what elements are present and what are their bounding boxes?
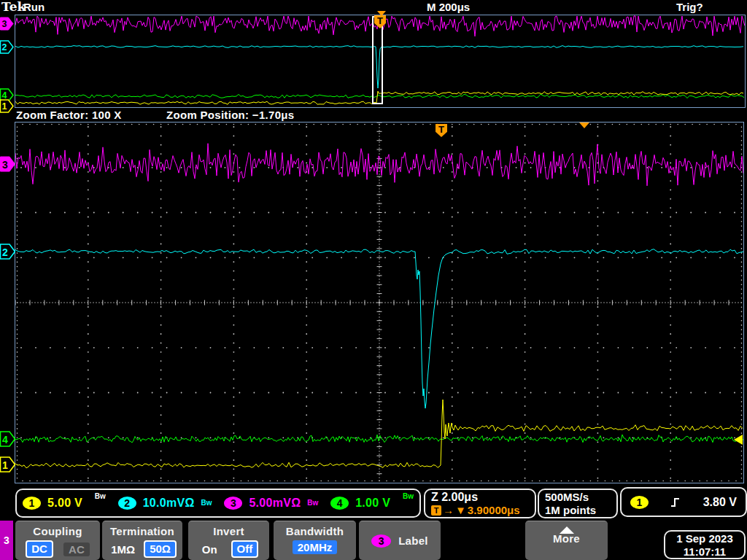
main-waveform-window	[15, 122, 744, 483]
channel-3-badge: 3	[224, 497, 242, 510]
channel-1-badge: 1	[23, 497, 41, 510]
label-button[interactable]: 3 Label	[359, 521, 441, 560]
coupling-ac-option[interactable]: AC	[63, 542, 90, 556]
channel-3-scale: 5.00mVΩ	[249, 497, 301, 510]
zoom-factor-readout: Zoom Factor: 100 X	[16, 109, 122, 121]
channel-1-readout: 1 5.00 V	[23, 497, 82, 510]
bandwidth-button[interactable]: Bandwidth 20MHz	[274, 521, 356, 560]
channel-3-bandwidth-flag: Bw	[307, 499, 318, 507]
svg-text:3: 3	[2, 159, 8, 171]
time-value: 11:07:11	[665, 545, 744, 559]
trigger-readout: 1 3.80 V	[620, 487, 747, 517]
label-channel-badge: 3	[371, 534, 391, 548]
channel-1-marker[interactable]: 1	[0, 456, 15, 472]
channel-2-marker[interactable]: 2	[0, 244, 15, 260]
trigger-flag-icon: T	[431, 505, 441, 516]
channel-2-bandwidth-flag: Bw	[201, 499, 212, 507]
channel-3-readout: 3 5.00mVΩ Bw	[224, 497, 318, 510]
tek-logo: Tek	[1, 0, 26, 14]
rising-edge-icon	[670, 497, 681, 508]
date-time-display: 1 Sep 2023 11:07:11	[664, 530, 746, 559]
delay-marker-icon: ▼	[455, 504, 466, 516]
menu-channel-tab: 3	[0, 521, 13, 560]
zoom-position-readout: Zoom Position: −1.70μs	[166, 109, 294, 121]
overview-waveform-window	[15, 15, 746, 108]
delay-arrow-icon: →	[443, 504, 454, 516]
coupling-button[interactable]: Coupling DC AC	[15, 521, 100, 560]
date-value: 1 Sep 2023	[665, 532, 744, 545]
channel-2-badge: 2	[118, 497, 136, 510]
channel-3-marker-overview[interactable]: 3	[0, 17, 14, 31]
invert-on-option[interactable]: On	[199, 543, 220, 556]
trigger-source-badge: 1	[630, 496, 649, 509]
invert-button[interactable]: Invert On Off	[188, 521, 269, 560]
delay-value: 3.90000μs	[468, 504, 520, 516]
trigger-status: Trig?	[676, 1, 703, 13]
channel-1-marker-overview[interactable]: 1	[0, 99, 14, 113]
main-timebase-readout: M 200μs	[427, 1, 470, 13]
channel-1-bandwidth-flag: Bw	[95, 492, 106, 500]
channel-scale-readouts: 1 5.00 V Bw 2 10.0mVΩ Bw 3 5.00mVΩ Bw 4 …	[15, 489, 421, 518]
svg-text:4: 4	[2, 434, 8, 446]
main-traces	[15, 122, 743, 483]
channel-3-marker[interactable]: 3	[0, 156, 15, 172]
channel-4-scale: 1.00 V	[355, 497, 390, 510]
svg-text:1: 1	[2, 101, 7, 112]
channel-2-readout: 2 10.0mVΩ Bw	[118, 497, 212, 510]
channel-4-badge: 4	[330, 497, 349, 510]
sample-rate: 500MS/s	[545, 491, 611, 504]
channel-2-scale: 10.0mVΩ	[143, 497, 195, 510]
trigger-position-flag-icon	[377, 11, 386, 16]
more-button[interactable]: More	[525, 521, 608, 560]
svg-text:3: 3	[2, 19, 7, 29]
svg-text:1: 1	[2, 459, 8, 471]
trigger-level-value: 3.80 V	[703, 496, 737, 509]
zoom-region-box[interactable]	[372, 16, 383, 104]
channel-1-scale: 5.00 V	[47, 497, 82, 510]
channel-4-readout: 4 1.00 V	[330, 497, 390, 510]
acquisition-status: Run	[23, 1, 44, 13]
termination-50ohm-option[interactable]: 50Ω	[144, 540, 177, 558]
bandwidth-20mhz-option[interactable]: 20MHz	[293, 540, 338, 554]
termination-button[interactable]: Termination 1MΩ 50Ω	[102, 521, 182, 560]
svg-text:2: 2	[2, 42, 7, 52]
channel-4-marker[interactable]: 4	[0, 431, 15, 447]
expansion-point-triangle-icon	[579, 122, 589, 128]
acquisition-readout: 500MS/s 1M points	[538, 489, 618, 518]
invert-off-option[interactable]: Off	[231, 540, 259, 558]
trigger-level-arrow-icon[interactable]	[734, 435, 743, 445]
delay-readout: T→▼3.90000μs	[431, 504, 529, 516]
svg-text:2: 2	[2, 246, 8, 258]
channel-4-bandwidth-flag: Bw	[403, 492, 414, 500]
channel-2-marker-overview[interactable]: 2	[0, 40, 14, 54]
record-length: 1M points	[545, 504, 611, 517]
oscilloscope-screen: Tek Run M 200μs Trig? 3 2 4 1 T Zoom Fac…	[0, 0, 747, 560]
zoom-timebase-readout: Z 2.00μs T→▼3.90000μs	[424, 489, 536, 518]
zoom-scale-value: Z 2.00μs	[431, 491, 529, 504]
coupling-dc-option[interactable]: DC	[26, 540, 53, 558]
termination-1mohm-option[interactable]: 1MΩ	[108, 543, 138, 556]
